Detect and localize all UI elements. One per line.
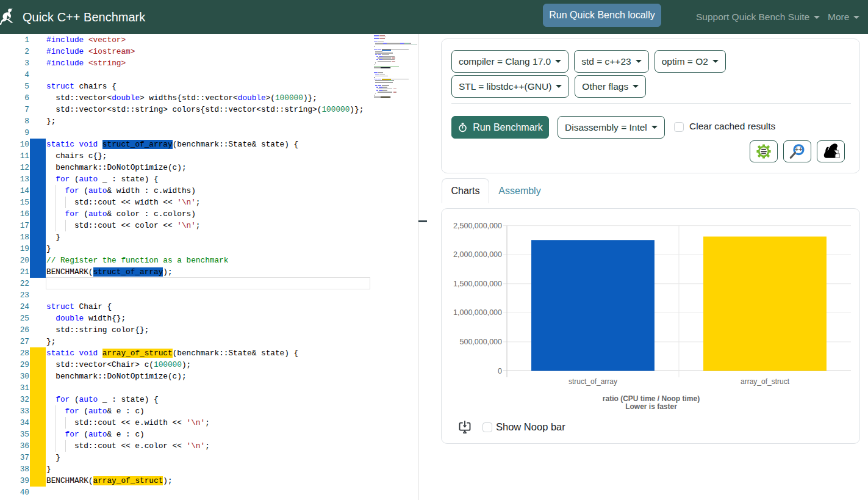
code-line-18[interactable]: } (46, 231, 60, 243)
stl-dropdown[interactable]: STL = libstdc++(GNU) (451, 75, 569, 98)
code-line-25[interactable]: double width{}; (46, 313, 126, 324)
config-dropdown-row-2: STL = libstdc++(GNU)Other flags (451, 75, 646, 98)
code-token: <vector> (88, 35, 126, 45)
code-line-30[interactable]: benchmark::DoNotOptimize(c); (46, 371, 187, 382)
clear-cached-results-checkbox[interactable] (674, 122, 684, 132)
disassembly-dropdown[interactable]: Disassembly = Intel (558, 116, 665, 139)
minimap-line (390, 96, 391, 98)
editor-minimap[interactable] (374, 34, 418, 500)
minimap-line (378, 42, 383, 43)
line-number: 12 (0, 162, 29, 173)
code-line-2[interactable]: #include <iostream> (46, 46, 135, 57)
code-line-20[interactable]: // Register the function as a benchmark (46, 255, 228, 266)
code-line-11[interactable]: chairs c{}; (46, 150, 107, 162)
navbar: Quick C++ Benchmark Run Quick Bench loca… (0, 0, 868, 34)
x-tick-label: array_of_struct (741, 377, 790, 386)
code-line-39[interactable]: BENCHMARK(array_of_struct); (46, 475, 173, 487)
code-line-10[interactable]: static void struct_of_array(benchmark::S… (46, 139, 298, 150)
line-number: 35 (0, 429, 29, 440)
code-line-35[interactable]: for (auto& e : c) (46, 429, 145, 440)
show-noop-bar-checkbox[interactable] (482, 422, 492, 432)
code-line-38[interactable]: } (46, 463, 51, 475)
code-token: static (46, 140, 74, 149)
code-token: <iostream> (88, 47, 135, 56)
code-token: std::cout << e.color << (46, 441, 187, 451)
tab-assembly[interactable]: Assembly (492, 178, 548, 203)
code-editor[interactable]: 1#include <vector>2#include <iostream>3#… (0, 34, 418, 500)
code-token: for (65, 186, 79, 195)
code-line-8[interactable]: }; (46, 115, 56, 127)
code-line-3[interactable]: #include <string> (46, 57, 126, 69)
nav-support-dropdown[interactable]: Support Quick Bench Suite (696, 0, 820, 34)
code-line-36[interactable]: std::cout << e.color << '\n'; (46, 440, 210, 452)
std-dropdown[interactable]: std = c++23 (574, 50, 648, 73)
other-flags-dropdown[interactable]: Other flags (575, 75, 646, 98)
code-line-27[interactable]: }; (46, 336, 56, 347)
code-token: (benchmark::State& state) { (173, 349, 299, 358)
line-number: 3 (0, 57, 29, 69)
code-line-29[interactable]: std::vector<Chair> c(100000); (46, 359, 191, 371)
code-line-21[interactable]: BENCHMARK(struct_of_array); (46, 266, 173, 278)
code-line-19[interactable]: } (46, 243, 51, 255)
open-in-compiler-explorer-button[interactable] (750, 140, 778, 162)
chevron-down-icon (636, 60, 642, 63)
code-line-26[interactable]: std::string color{}; (46, 324, 149, 336)
benchmark-config-card: compiler = Clang 17.0std = c++23optim = … (441, 38, 860, 173)
minimap-line (378, 57, 391, 59)
minimap-line (396, 89, 396, 90)
chevron-down-icon (814, 16, 820, 19)
line-number: 23 (0, 289, 29, 301)
code-line-14[interactable]: for (auto& width : c.widths) (46, 185, 196, 197)
compiler-dropdown[interactable]: compiler = Clang 17.0 (451, 50, 569, 73)
nav-more-dropdown[interactable]: More (828, 0, 859, 34)
minimap-line (375, 54, 377, 56)
line-number: 19 (0, 243, 29, 255)
open-in-cpp-insights-button[interactable]: ++ (783, 140, 811, 162)
line-number: 5 (0, 81, 29, 92)
code-line-12[interactable]: benchmark::DoNotOptimize(c); (46, 162, 187, 173)
app-title[interactable]: Quick C++ Benchmark (23, 0, 145, 34)
code-token: chairs c{}; (46, 151, 107, 161)
pane-divider (418, 34, 418, 500)
code-token: 100000 (321, 105, 350, 114)
code-line-5[interactable]: struct chairs { (46, 81, 117, 92)
code-line-37[interactable]: } (46, 452, 60, 463)
other-flags-dropdown-label: Other flags (582, 81, 628, 92)
code-token: for (65, 407, 79, 416)
code-line-33[interactable]: for (auto& e : c) (46, 405, 145, 417)
chevron-down-icon (712, 60, 719, 63)
pane-resizer-handle[interactable] (418, 220, 427, 222)
tool-button-row: ++ (750, 140, 845, 162)
code-line-16[interactable]: for (auto& color : c.colors) (46, 208, 196, 220)
code-line-28[interactable]: static void array_of_struct(benchmark::S… (46, 347, 298, 359)
optim-dropdown[interactable]: optim = O2 (655, 50, 726, 73)
code-line-13[interactable]: for (auto _ : state) { (46, 173, 159, 185)
y-tick-label: 0 (498, 367, 502, 375)
code-token: for (56, 395, 70, 404)
tab-charts[interactable]: Charts (442, 178, 489, 203)
code-line-7[interactable]: std::vector<std::string> colors{std::vec… (46, 104, 364, 115)
code-line-32[interactable]: for (auto _ : state) { (46, 394, 159, 405)
minimap-line (395, 61, 395, 62)
quick-bench-logo-icon[interactable] (0, 8, 15, 26)
minimap-line (374, 35, 379, 36)
open-in-build-bench-button[interactable] (817, 140, 845, 162)
minimap-line (374, 37, 379, 38)
code-line-6[interactable]: std::vector<double> widths{std::vector<d… (46, 92, 317, 104)
code-line-17[interactable]: std::cout << color << '\n'; (46, 220, 201, 231)
disassembly-label: Disassembly = Intel (565, 122, 647, 133)
run-benchmark-button[interactable]: Run Benchmark (451, 116, 549, 139)
run-quick-bench-locally-button[interactable]: Run Quick Bench locally (543, 4, 661, 27)
code-line-24[interactable]: struct Chair { (46, 301, 112, 313)
minimap-line (374, 77, 375, 78)
download-chart-icon[interactable] (457, 420, 472, 435)
code-token: double (112, 93, 140, 103)
y-tick-label: 2,500,000,000 (453, 222, 502, 230)
code-token: auto (88, 186, 107, 195)
line-number: 36 (0, 440, 29, 452)
x-tick-label: struct_of_array (569, 377, 617, 386)
chart-card: 0500,000,0001,000,000,0001,500,000,0002,… (441, 208, 860, 444)
code-line-15[interactable]: std::cout << width << '\n'; (46, 197, 201, 208)
code-line-1[interactable]: #include <vector> (46, 34, 126, 46)
code-line-34[interactable]: std::cout << e.width << '\n'; (46, 417, 210, 429)
